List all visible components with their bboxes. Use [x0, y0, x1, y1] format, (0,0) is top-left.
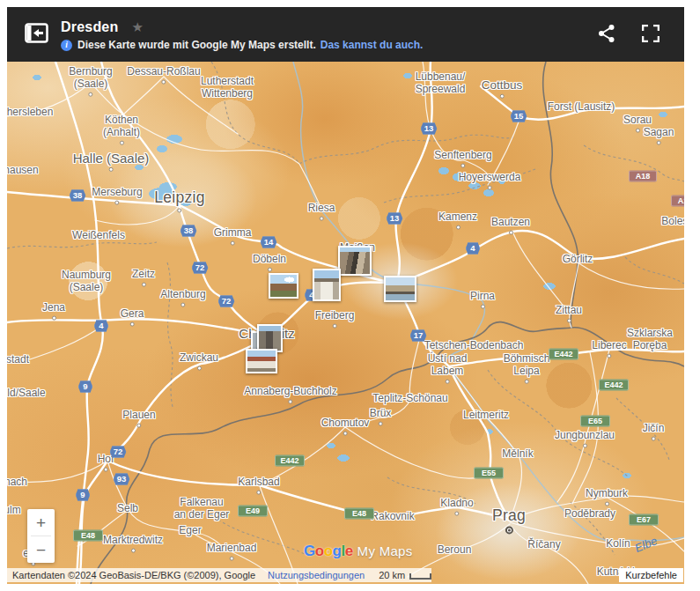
map-label: Böhmisch Leipa [504, 353, 550, 384]
map-label: Chomutov [321, 417, 370, 436]
map-label: Dessau-Roßlau [127, 66, 200, 85]
map-label: Hoyerswerda [459, 172, 521, 190]
map-label: Forst (Lausitz) [548, 101, 615, 114]
city-dot-icon [268, 267, 272, 271]
photo-marker[interactable] [338, 246, 372, 276]
share-button[interactable] [598, 24, 615, 45]
map-label: Prag [492, 506, 526, 534]
city-dot-icon [289, 399, 293, 403]
photo-marker[interactable] [384, 276, 416, 302]
map-label: Selb [117, 503, 138, 515]
city-dot-icon [178, 209, 182, 213]
city-dot-icon [500, 93, 505, 98]
city-dot-icon [525, 379, 529, 383]
info-icon: i [61, 40, 72, 51]
map-label: Weißenfels [72, 230, 125, 242]
sidebar-toggle-button[interactable] [25, 23, 48, 46]
keyboard-shortcuts-button[interactable]: Kurzbefehle [619, 568, 683, 582]
city-dot-icon [181, 302, 186, 307]
map-viewport[interactable]: Bernburg (Saale) Dessau-Roßlau Luthersta… [7, 62, 684, 584]
map-label: Merseburg [92, 187, 142, 205]
city-dot-icon [230, 240, 234, 245]
google-logo: Google [304, 543, 353, 560]
star-icon[interactable]: ★ [131, 19, 143, 35]
map-label: schersleben [7, 107, 53, 119]
map-header: Dresden ★ i Diese Karte wurde mit Google… [7, 7, 684, 62]
map-subtitle: Diese Karte wurde mit Google My Maps ers… [77, 39, 316, 51]
map-label: Lutherstadt Wittenberg [201, 76, 254, 100]
map-label: Halle (Saale) [73, 151, 150, 172]
map-label: Říčany [527, 539, 560, 551]
fullscreen-button[interactable] [642, 24, 659, 45]
map-label: Poděbrady [564, 508, 615, 521]
terms-link[interactable]: Nutzungsbedingungen [268, 570, 365, 580]
road-shield: E442 [549, 349, 578, 360]
map-label: Kladno [440, 498, 473, 516]
map-label: ulm [7, 505, 21, 517]
road-shield: A18 [671, 196, 684, 207]
city-dot-icon [130, 321, 135, 326]
map-label: Mělník [502, 448, 533, 461]
map-label: Liberec [592, 340, 626, 358]
city-dot-icon [456, 225, 461, 229]
map-label: Marienbad [207, 543, 257, 561]
header-actions [598, 24, 659, 45]
city-dot-icon [120, 140, 124, 144]
map-label: Cottbus [482, 78, 523, 99]
city-dot-icon [196, 366, 201, 370]
road-shield: E442 [599, 380, 629, 391]
attribution-text: Kartendaten ©2024 GeoBasis-DE/BKG (©2009… [12, 570, 255, 580]
city-dot-icon [89, 92, 93, 96]
map-label: Bolesławiec [661, 216, 684, 228]
city-dot-icon [109, 167, 114, 172]
map-label: Zittau [556, 305, 582, 323]
photo-marker[interactable] [246, 349, 277, 373]
map-label: Plauen [122, 410, 155, 428]
map-label: Beroun [438, 544, 472, 557]
city-dot-icon [604, 501, 608, 506]
map-label: Köthen (Anhalt) [103, 115, 140, 145]
city-dot-icon [379, 421, 383, 425]
road-shield: 13 [421, 122, 438, 135]
road-shield: E49 [238, 506, 268, 517]
map-title: Dresden [61, 19, 118, 35]
zoom-out-button[interactable]: − [27, 536, 55, 563]
map-label: Grimma [214, 227, 252, 246]
map-label: Sagan [644, 127, 674, 145]
map-label: Annaberg-Buchholz [244, 386, 336, 404]
map-label: Jungbunzlau [555, 430, 615, 448]
photo-marker[interactable] [269, 273, 298, 299]
road-shield: 9 [78, 380, 92, 393]
map-label: Bernburg (Saale) [69, 66, 112, 97]
city-dot-icon [137, 423, 142, 427]
road-shield: 14 [261, 236, 277, 248]
map-label: Eger [179, 525, 201, 537]
embedded-map-frame: Dresden ★ i Diese Karte wurde mit Google… [7, 7, 684, 584]
road-shield: E48 [344, 508, 374, 520]
fullscreen-icon [642, 25, 659, 42]
road-shield: E65 [580, 416, 610, 427]
photo-marker[interactable] [313, 269, 341, 301]
road-shield: 4 [94, 320, 108, 332]
map-label: Döbeln [253, 254, 286, 272]
city-dot-icon [607, 353, 611, 358]
city-dot-icon [505, 527, 512, 535]
map-label: Bautzen [491, 217, 530, 235]
map-label: Szklarska Poręba [627, 328, 673, 352]
map-label: stadt [7, 354, 29, 366]
scale-bar [409, 573, 431, 580]
city-dot-icon [656, 140, 660, 144]
create-own-map-link[interactable]: Das kannst du auch. [321, 39, 424, 51]
zoom-control: + − [27, 509, 55, 563]
title-block: Dresden ★ i Diese Karte wurde mit Google… [61, 17, 598, 52]
map-label: Marktredwitz [103, 535, 163, 553]
sidebar-toggle-icon [25, 23, 48, 43]
map-label: Leitmeritz [463, 410, 509, 422]
map-label: Nymburk [586, 488, 628, 506]
zoom-in-button[interactable]: + [27, 509, 55, 536]
map-label: Jena [42, 302, 65, 321]
watermark[interactable]: Google My Maps [304, 543, 413, 560]
map-label: Kamenz [438, 211, 477, 230]
map-label: nach [7, 476, 27, 489]
map-label: Lübbenau/ Spreewald [416, 71, 466, 96]
